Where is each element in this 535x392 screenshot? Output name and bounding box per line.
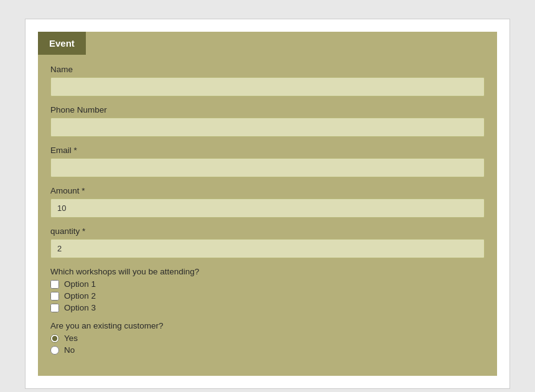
phone-field-group: Phone Number xyxy=(50,105,485,137)
phone-input[interactable] xyxy=(50,118,485,137)
option1-checkbox[interactable] xyxy=(50,280,59,289)
amount-label: Amount * xyxy=(50,186,485,195)
option3-checkbox[interactable] xyxy=(50,304,59,312)
email-field-group: Email * xyxy=(50,146,485,177)
list-item: Yes xyxy=(50,334,485,343)
name-field-group: Name xyxy=(50,65,485,96)
quantity-input[interactable] xyxy=(50,239,485,258)
form-title-text: Event xyxy=(49,38,75,49)
workshops-label: Which workshops will you be attending? xyxy=(50,267,485,276)
page-wrapper: Event Name Phone Number Email * Amount * xyxy=(25,19,510,389)
phone-label: Phone Number xyxy=(50,105,485,114)
existing-customer-radio-group: Yes No xyxy=(50,334,485,355)
no-label: No xyxy=(64,345,75,355)
form-container: Event Name Phone Number Email * Amount * xyxy=(38,32,497,376)
form-title: Event xyxy=(38,32,86,55)
workshops-field-group: Which workshops will you be attending? O… xyxy=(50,267,485,312)
email-input[interactable] xyxy=(50,158,485,177)
option1-label: Option 1 xyxy=(64,279,96,289)
list-item: No xyxy=(50,345,485,355)
email-label: Email * xyxy=(50,146,485,155)
quantity-field-group: quantity * xyxy=(50,226,485,258)
option2-checkbox[interactable] xyxy=(50,292,59,301)
list-item: Option 1 xyxy=(50,279,485,289)
amount-field-group: Amount * xyxy=(50,186,485,218)
list-item: Option 3 xyxy=(50,303,485,312)
existing-customer-field-group: Are you an existing customer? Yes No xyxy=(50,321,485,355)
workshops-checkbox-group: Option 1 Option 2 Option 3 xyxy=(50,279,485,312)
list-item: Option 2 xyxy=(50,291,485,301)
quantity-label: quantity * xyxy=(50,226,485,236)
no-radio[interactable] xyxy=(50,346,59,355)
option2-label: Option 2 xyxy=(64,291,96,301)
amount-input[interactable] xyxy=(50,198,485,218)
yes-label: Yes xyxy=(64,334,78,343)
form-body: Name Phone Number Email * Amount * quant… xyxy=(38,55,497,376)
name-label: Name xyxy=(50,65,485,74)
option3-label: Option 3 xyxy=(64,303,96,312)
yes-radio[interactable] xyxy=(50,334,59,343)
existing-customer-label: Are you an existing customer? xyxy=(50,321,485,330)
name-input[interactable] xyxy=(50,77,485,96)
